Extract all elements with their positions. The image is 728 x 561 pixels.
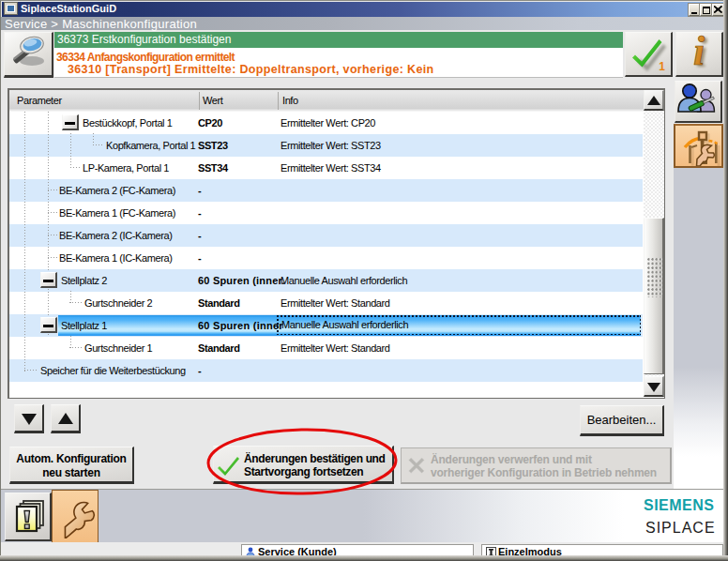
svg-text:i: i bbox=[693, 33, 705, 74]
